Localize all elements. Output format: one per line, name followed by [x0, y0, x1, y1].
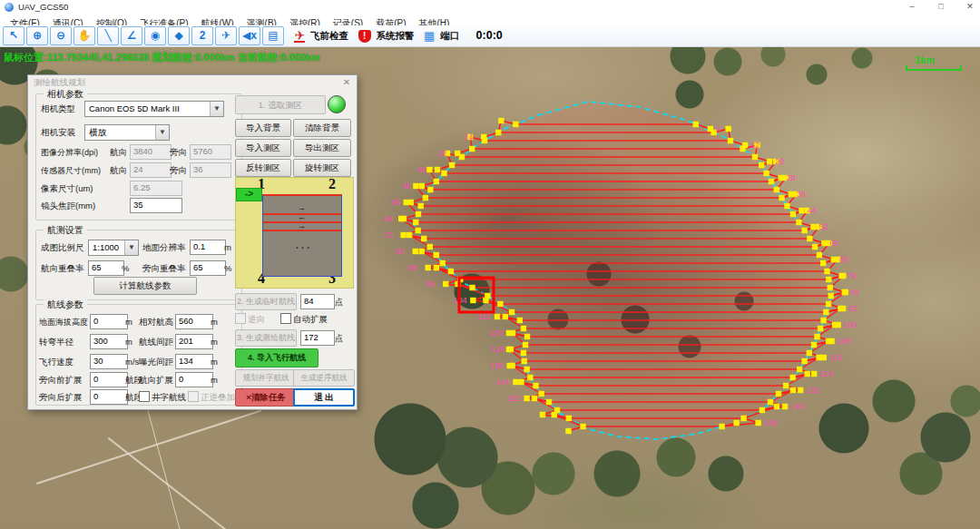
ground-alt-field[interactable]: 0 — [90, 314, 128, 329]
waypoint-marker — [801, 228, 807, 233]
rel-height-unit: m — [211, 317, 218, 327]
plane-icon[interactable]: ✈ — [215, 26, 237, 45]
exit-button[interactable]: 退 出 — [293, 388, 355, 407]
save-icon[interactable]: ▤ — [262, 26, 284, 45]
route-direction-preview: 1 2 3 4 -> → ← → · · · — [235, 177, 354, 289]
mute-icon[interactable]: ◀x — [239, 26, 260, 45]
camera-type-select[interactable]: Canon EOS 5D Mark III ▼ — [84, 101, 224, 117]
gsd-field[interactable]: 0.1 — [190, 240, 226, 255]
auto-expand-checkbox-label: 自动扩展 — [293, 314, 328, 326]
import-flight-route-button[interactable]: 4. 导入飞行航线 — [235, 348, 318, 367]
waypoint-number: 64 — [384, 214, 393, 223]
waypoint-number: 124 — [819, 369, 833, 378]
rotate-area-button[interactable]: 旋转测区 — [293, 159, 351, 177]
cross-label: 旁向 — [170, 165, 187, 177]
overlap-cross-field[interactable]: 65 — [190, 260, 226, 276]
waypoint-number: 76 — [848, 271, 857, 280]
cross-fwd-ext-field[interactable]: 0 — [90, 372, 128, 387]
waypoint-marker — [804, 371, 809, 377]
camera-group-legend: 相机参数 — [44, 88, 87, 101]
invert-area-button[interactable]: 反转测区 — [235, 159, 291, 177]
temp-points-field[interactable]: 84 — [300, 294, 335, 309]
waypoint-marker — [779, 195, 784, 201]
waypoint-marker — [419, 249, 425, 254]
minimize-button[interactable]: – — [898, 0, 926, 14]
waypoint-marker — [810, 224, 816, 230]
waypoint-marker — [752, 154, 758, 160]
cross-back-ext-field[interactable]: 0 — [90, 389, 128, 405]
map-scale-value: 1:1000 — [93, 242, 119, 252]
zoom-in-icon[interactable]: ⊕ — [26, 26, 48, 45]
clear-task-button[interactable]: ×清除任务 — [235, 388, 297, 407]
import-area-button[interactable]: 导入测区 — [235, 139, 291, 157]
waypoint-marker — [838, 306, 843, 311]
camera-mount-value: 横放 — [89, 127, 106, 139]
flight-speed-field[interactable]: 30 — [90, 354, 128, 369]
grid-route-checkbox[interactable] — [139, 391, 150, 402]
waypoint-marker — [843, 289, 848, 295]
rel-height-field[interactable]: 560 — [175, 314, 213, 329]
waypoint-marker — [503, 314, 508, 319]
waypoint-number: 152 — [507, 394, 521, 403]
flight-speed-unit: m/s — [125, 357, 139, 367]
overlap-along-label: 航向重叠率 — [41, 263, 84, 275]
along-ext-field[interactable]: 0 — [175, 372, 213, 387]
menu-bar: 文件(F)通讯(C)控制(O)飞行准备(P)航线(W)遥测(B)遥控(R)记录(… — [0, 14, 980, 25]
turn-radius-field[interactable]: 300 — [90, 334, 128, 349]
waypoint-marker — [798, 387, 803, 393]
port-button[interactable]: ▦ 端口 — [424, 25, 459, 45]
waypoint-marker — [398, 216, 404, 221]
dialog-close-icon[interactable]: ✕ — [340, 76, 353, 88]
exposure-spacing-field[interactable]: 134 — [175, 354, 213, 369]
calc-route-params-button[interactable]: 计算航线参数 — [93, 277, 197, 295]
line-spacing-field[interactable]: 201 — [175, 334, 213, 349]
waypoint-marker — [434, 265, 439, 270]
import-background-button[interactable]: 导入背景 — [235, 119, 291, 137]
camera-mount-select[interactable]: 横放 ▼ — [84, 124, 170, 141]
close-button[interactable]: ✕ — [956, 0, 980, 14]
maximize-button[interactable]: □ — [927, 0, 955, 14]
waypoint-marker — [417, 203, 423, 209]
waypoint-marker — [774, 404, 779, 409]
app-icon — [5, 3, 14, 12]
waypoint-marker — [797, 367, 802, 372]
waypoint-marker — [419, 183, 425, 189]
route-icon[interactable]: 2 — [191, 26, 213, 45]
waypoint-number: 32 — [437, 149, 446, 158]
zoom-out-icon[interactable]: ⊖ — [50, 26, 72, 45]
fwd-rev-overlay-checkbox — [188, 391, 199, 402]
map-scale-select[interactable]: 1:1000 ▼ — [88, 240, 139, 256]
clear-background-button[interactable]: 清除背景 — [293, 119, 351, 137]
camera-type-label: 相机类型 — [41, 103, 75, 115]
waypoint-marker — [448, 269, 454, 274]
waypoint-marker — [693, 122, 699, 127]
pan-icon[interactable]: ✋ — [74, 26, 95, 45]
waypoint-marker — [413, 249, 418, 254]
waypoint-marker — [469, 285, 475, 290]
along-label: 航向 — [110, 147, 127, 159]
line-icon[interactable]: ╲ — [97, 26, 119, 45]
overlap-along-field[interactable]: 65 — [88, 260, 124, 276]
focal-length-field[interactable]: 35 — [130, 198, 182, 213]
along-ext-unit: m — [211, 375, 218, 385]
system-alarm-button[interactable]: ! 系统报警 — [358, 25, 415, 45]
locate-icon[interactable]: ◉ — [144, 26, 166, 45]
preview-area-square: → ← → · · · — [262, 194, 342, 277]
eraser-icon[interactable]: ◆ — [168, 26, 190, 45]
along-ext-label: 航向扩展 — [139, 375, 173, 387]
waypoint-marker — [425, 265, 430, 270]
generate-reverse-route-button: 生成逆序航线 — [293, 369, 355, 387]
survey-points-field[interactable]: 172 — [300, 330, 335, 346]
waypoint-number: 40 — [417, 165, 426, 174]
vertex-icon[interactable]: ∠ — [121, 26, 142, 45]
export-area-button[interactable]: 导出测区 — [293, 139, 351, 157]
cursor-icon[interactable]: ↖ — [3, 26, 24, 45]
auto-expand-checkbox[interactable] — [280, 313, 291, 324]
waypoint-marker — [513, 122, 518, 127]
waypoint-number: 48 — [402, 181, 411, 191]
waypoint-marker — [533, 383, 538, 388]
waypoint-marker — [823, 309, 828, 315]
alarm-warning-icon: ! — [358, 30, 371, 43]
preflight-check-button[interactable]: ✈ 飞前检查 — [294, 25, 348, 45]
waypoint-number: 100 — [844, 320, 858, 329]
